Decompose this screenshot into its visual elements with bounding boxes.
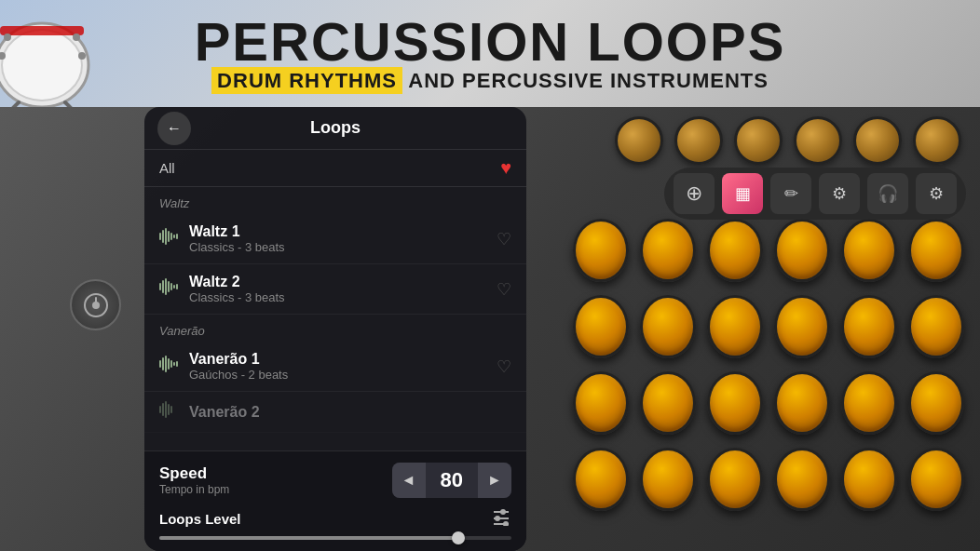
favorites-tab[interactable]: ♥	[500, 157, 511, 179]
drum-pad[interactable]	[707, 448, 763, 511]
svg-rect-2	[0, 26, 84, 35]
drum-pad[interactable]	[573, 371, 629, 435]
svg-point-6	[78, 52, 86, 60]
svg-rect-24	[173, 285, 175, 289]
banner: PERCUSSION LOOPS DRUM RHYTHMS AND PERCUS…	[0, 0, 980, 107]
drum-pad[interactable]	[640, 448, 696, 511]
svg-rect-16	[170, 233, 172, 240]
drum-pad[interactable]	[573, 219, 629, 282]
drum-pad[interactable]	[908, 219, 964, 282]
svg-rect-29	[168, 358, 170, 370]
knob-1[interactable]	[615, 116, 663, 165]
toolbar-headphones-icon[interactable]: 🎧	[867, 173, 908, 214]
drum-pad[interactable]	[573, 448, 629, 511]
drum-pad[interactable]	[908, 448, 964, 511]
drum-pad[interactable]	[707, 371, 763, 435]
drum-pad[interactable]	[707, 295, 763, 358]
loop-item-vanerao-1[interactable]: Vanerão 1 Gaúchos - 2 beats ♡	[144, 342, 526, 392]
waveform-icon	[159, 278, 178, 300]
loops-list: Waltz Waltz 1 Classics -	[144, 187, 526, 450]
drum-pad[interactable]	[640, 371, 696, 435]
level-mixer-icon[interactable]	[491, 507, 511, 531]
bpm-increase-button[interactable]: ►	[478, 463, 511, 498]
tab-all[interactable]: All	[159, 160, 175, 176]
waveform-icon	[159, 228, 178, 249]
svg-rect-27	[162, 357, 164, 370]
svg-point-41	[495, 516, 500, 521]
subtitle-rest: AND PERCUSSIVE INSTRUMENTS	[402, 69, 769, 92]
level-row: Loops Level	[159, 507, 511, 531]
subtitle-highlight: DRUM RHYTHMS	[211, 67, 402, 94]
banner-subtitle: DRUM RHYTHMS AND PERCUSSIVE INSTRUMENTS	[211, 69, 769, 93]
drum-pad[interactable]	[774, 448, 830, 511]
waveform-icon	[159, 401, 178, 423]
loops-panel: ← Loops All ♥ Waltz	[144, 107, 526, 551]
drum-pad[interactable]	[573, 295, 629, 358]
section-waltz-label: Waltz	[144, 187, 526, 214]
drum-pad[interactable]	[640, 295, 696, 358]
drum-pad[interactable]	[707, 219, 763, 282]
drum-decoration	[0, 0, 93, 107]
loop-item-waltz-1[interactable]: Waltz 1 Classics - 3 beats ♡	[144, 214, 526, 264]
knob-2[interactable]	[674, 116, 723, 165]
loop-name: Vanerão 1	[189, 351, 497, 368]
svg-rect-23	[170, 283, 172, 290]
svg-rect-31	[173, 362, 175, 366]
toolbar-edit-icon[interactable]: ✏	[770, 173, 811, 214]
back-button[interactable]: ←	[157, 112, 191, 145]
speed-label-group: Speed Tempo in bpm	[159, 464, 392, 496]
toolbar: ⊕ ▦ ✏ ⚙ 🎧 ⚙	[664, 168, 966, 220]
svg-rect-30	[170, 360, 172, 368]
loops-level-slider[interactable]	[159, 536, 511, 540]
back-icon: ←	[167, 120, 182, 137]
svg-point-1	[2, 30, 82, 101]
svg-rect-35	[165, 401, 167, 418]
loop-meta: Classics - 3 beats	[189, 290, 497, 304]
svg-point-3	[4, 34, 11, 41]
section-vanerao-label: Vanerão	[144, 315, 526, 342]
loop-name: Waltz 1	[189, 223, 497, 240]
drum-pad[interactable]	[908, 371, 964, 435]
loop-info-waltz-1: Waltz 1 Classics - 3 beats	[189, 223, 497, 254]
banner-title: PERCUSSION LOOPS	[195, 15, 786, 69]
loop-heart-waltz-2[interactable]: ♡	[497, 279, 511, 300]
toolbar-settings-icon[interactable]: ⚙	[916, 173, 957, 214]
svg-rect-32	[176, 361, 178, 367]
svg-rect-15	[168, 231, 170, 242]
metronome-button[interactable]	[70, 279, 121, 330]
drum-pad[interactable]	[841, 295, 897, 358]
drum-pad[interactable]	[640, 219, 696, 282]
knob-6[interactable]	[913, 116, 961, 165]
drum-pad[interactable]	[774, 219, 830, 282]
panel-title: Loops	[310, 118, 361, 138]
bpm-decrease-button[interactable]: ◄	[392, 463, 426, 498]
bpm-control: ◄ 80 ►	[392, 463, 511, 498]
svg-point-39	[500, 509, 506, 515]
toolbar-sequencer-icon[interactable]: ▦	[722, 173, 763, 214]
slider-thumb[interactable]	[452, 531, 465, 544]
svg-rect-37	[170, 406, 172, 413]
drum-pad[interactable]	[774, 295, 830, 358]
knob-4[interactable]	[794, 116, 842, 165]
toolbar-mixer-icon[interactable]: ⚙	[819, 173, 860, 214]
svg-rect-28	[165, 356, 167, 372]
drum-pad[interactable]	[774, 371, 830, 435]
loop-item-vanerao-2[interactable]: Vanerão 2	[144, 392, 526, 433]
loop-meta: Gaúchos - 2 beats	[189, 368, 497, 382]
knob-5[interactable]	[853, 116, 902, 165]
loop-heart-waltz-1[interactable]: ♡	[497, 229, 511, 249]
toolbar-loop-icon[interactable]: ⊕	[674, 173, 715, 214]
loop-heart-vanerao-1[interactable]: ♡	[497, 356, 511, 377]
svg-rect-14	[165, 228, 167, 245]
svg-rect-20	[162, 280, 164, 293]
drum-pad[interactable]	[841, 448, 897, 511]
loop-item-waltz-2[interactable]: Waltz 2 Classics - 3 beats ♡	[144, 264, 526, 315]
waveform-icon	[159, 356, 178, 377]
drum-pad[interactable]	[841, 219, 897, 282]
top-knobs-row	[596, 107, 980, 174]
drum-pad[interactable]	[908, 295, 964, 358]
knob-3[interactable]	[734, 116, 783, 165]
drum-pad[interactable]	[841, 371, 897, 435]
loop-info-waltz-2: Waltz 2 Classics - 3 beats	[189, 274, 497, 304]
bpm-value: 80	[426, 464, 478, 496]
